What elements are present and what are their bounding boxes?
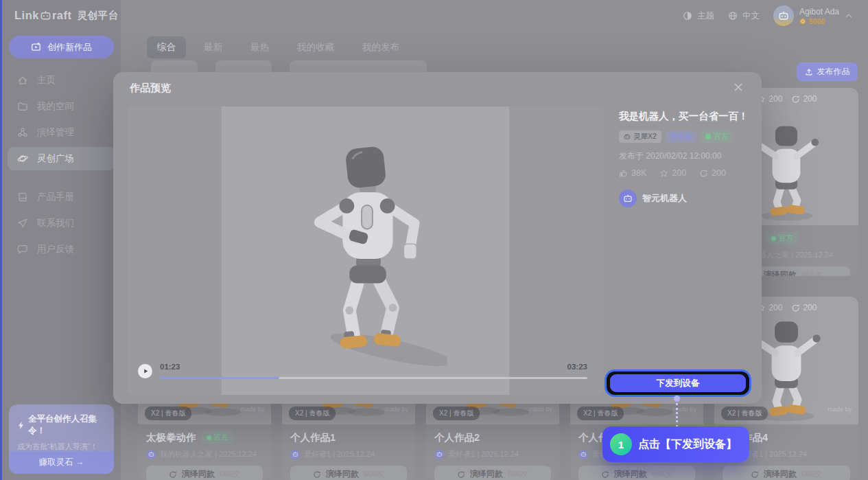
remix-button[interactable]: 演绎同款 666次: [578, 466, 695, 480]
user-menu[interactable]: Agibot Ada 5000: [773, 5, 853, 26]
author-text: 我的机器人之家 | 2025.12.24: [160, 449, 257, 459]
create-new-work-button[interactable]: 创作新作品: [9, 36, 114, 58]
theme-label: 主题: [697, 10, 714, 22]
paper-plane-icon: [17, 218, 28, 229]
made-by-watermark: made by: [240, 406, 264, 413]
tab-my-posts[interactable]: 我的发布: [352, 36, 410, 58]
sidebar-item-my-space[interactable]: 我的空间: [8, 95, 115, 118]
sidebar-item-performance-management[interactable]: 演绎管理: [8, 121, 115, 144]
edition-badge: X2 | 青春版: [289, 407, 336, 420]
theme-toggle[interactable]: 主题: [683, 10, 714, 22]
sidebar-item-label: 主页: [37, 74, 56, 87]
official-label: 官方: [214, 433, 228, 442]
shares-count: 200: [803, 94, 817, 104]
chevron-up-icon[interactable]: [845, 12, 853, 20]
connector-dotted-line: [676, 403, 678, 427]
globe-icon: [728, 11, 738, 21]
language-switcher[interactable]: 中文: [728, 10, 760, 22]
remix-label: 演绎同款: [764, 269, 797, 276]
sidebar-item-creation-square[interactable]: 灵创广场: [8, 147, 115, 170]
official-label: 官方: [779, 233, 793, 243]
sidebar-item-label: 灵创广场: [37, 152, 74, 165]
play-button[interactable]: [138, 364, 152, 378]
remix-button[interactable]: 演绎同款 666次: [290, 466, 407, 480]
step-number-badge: 1: [610, 433, 632, 455]
topbar: 主题 中文 Agibot Ada 5000: [121, 0, 868, 32]
language-label: 中文: [742, 10, 760, 22]
sidebar-item-user-feedback[interactable]: 用户反馈: [8, 238, 115, 261]
tutorial-tooltip: 1 点击【下发到设备】: [602, 426, 749, 462]
remix-button[interactable]: 演绎同款 666次: [434, 466, 551, 480]
official-dot-icon: [705, 134, 711, 139]
official-badge: 官方: [202, 431, 233, 444]
official-badge: 官方: [766, 232, 798, 244]
remix-count: 666次: [652, 469, 673, 479]
theme-icon: [683, 11, 692, 21]
sidebar-item-label: 联系我们: [37, 217, 74, 229]
nodes-icon: [17, 127, 28, 138]
sidebar-item-home[interactable]: 主页: [8, 69, 115, 92]
official-tag: 官方: [701, 130, 733, 143]
author-avatar: [619, 190, 637, 207]
remix-button[interactable]: 演绎同款 666次: [723, 466, 850, 480]
brand-logo[interactable]: Link raft 灵创平台: [14, 9, 119, 22]
card-body: 个人作品1 爱好者1 | 2025.12.24 演绎同款 666次: [282, 424, 415, 480]
earn-gems-button[interactable]: 赚取灵石 →: [9, 451, 114, 474]
edition-badge: X2 | 青春版: [145, 407, 191, 420]
work-author[interactable]: 智元机器人: [619, 190, 752, 207]
promo-title: 全平台创作人召集令！: [9, 404, 114, 437]
work-preview-modal: 作品预览 01:23 03:23 我是机器人，买一台省一百！ 灵犀X2 青春版: [113, 72, 762, 404]
tab-latest[interactable]: 最新: [193, 36, 233, 58]
card-body: 太极拳动作 官方 我的机器人之家 | 2025.12.24 演绎同款 666次: [138, 424, 271, 480]
publish-work-button[interactable]: 发布作品: [797, 62, 858, 81]
tab-my-favorites[interactable]: 我的收藏: [287, 36, 344, 58]
remix-count: 666次: [801, 270, 823, 276]
edition-tag: 青春版: [666, 130, 697, 143]
shares-stat[interactable]: 200: [699, 168, 726, 178]
promo-subtitle: 成为首批“机器人导演”！: [9, 437, 114, 452]
robot-avatar-icon: [778, 10, 789, 21]
video-progress-bar[interactable]: [160, 377, 587, 379]
video-frame[interactable]: [222, 106, 509, 395]
author-text: 爱好者1 | 2025.12.24: [448, 449, 519, 459]
author-text: 爱好者1 | 2025.12.24: [304, 449, 375, 459]
deploy-highlight-ring: 下发到设备: [605, 369, 751, 397]
brand-logo-left: Link: [14, 9, 39, 22]
browse-tabs: 综合 最新 最热 我的收藏 我的发布: [147, 36, 410, 58]
author-avatar-icon: [578, 450, 588, 459]
card-title: 个人作品1: [290, 431, 336, 444]
sidebar-item-contact-us[interactable]: 联系我们: [8, 212, 115, 235]
remix-icon: [751, 470, 759, 479]
likes-stat[interactable]: 38K: [619, 168, 646, 178]
likes-count: 38K: [631, 168, 646, 178]
planet-icon: [17, 153, 28, 164]
create-new-work-label: 创作新作品: [47, 41, 92, 54]
sidebar-item-label: 演绎管理: [37, 126, 74, 139]
official-tag-label: 官方: [714, 132, 728, 141]
stars-stat[interactable]: 200: [659, 168, 686, 178]
dancing-robot: [284, 139, 447, 370]
tab-hottest[interactable]: 最热: [240, 36, 279, 58]
close-icon[interactable]: [733, 82, 744, 93]
sidebar-menu: 主页 我的空间 演绎管理 灵创广场 产品手册 联系我们: [8, 69, 115, 264]
card-title: 太极拳动作: [146, 431, 196, 444]
work-stats: 38K 200 200: [619, 168, 752, 178]
brand-logo-cn: 灵创平台: [78, 9, 119, 22]
work-tags: 灵犀X2 青春版 官方: [619, 130, 752, 143]
tab-comprehensive[interactable]: 综合: [147, 36, 186, 58]
deploy-to-device-button[interactable]: 下发到设备: [610, 374, 746, 392]
remix-icon: [457, 470, 465, 479]
official-dot-icon: [207, 435, 211, 440]
chat-bubble-icon: [17, 244, 28, 255]
tutorial-text: 点击【下发到设备】: [638, 437, 737, 452]
remix-count: 666次: [364, 469, 385, 479]
share-icon: [791, 95, 800, 104]
sidebar-item-label: 产品手册: [37, 191, 74, 203]
remix-button[interactable]: 演绎同款 666次: [146, 466, 263, 480]
remix-icon: [313, 470, 321, 479]
shares-count: 200: [712, 168, 726, 178]
publish-work-label: 发布作品: [817, 66, 850, 78]
remix-icon: [601, 470, 609, 479]
brand-logo-right: raft: [52, 9, 72, 22]
sidebar-item-product-manual[interactable]: 产品手册: [8, 185, 115, 209]
